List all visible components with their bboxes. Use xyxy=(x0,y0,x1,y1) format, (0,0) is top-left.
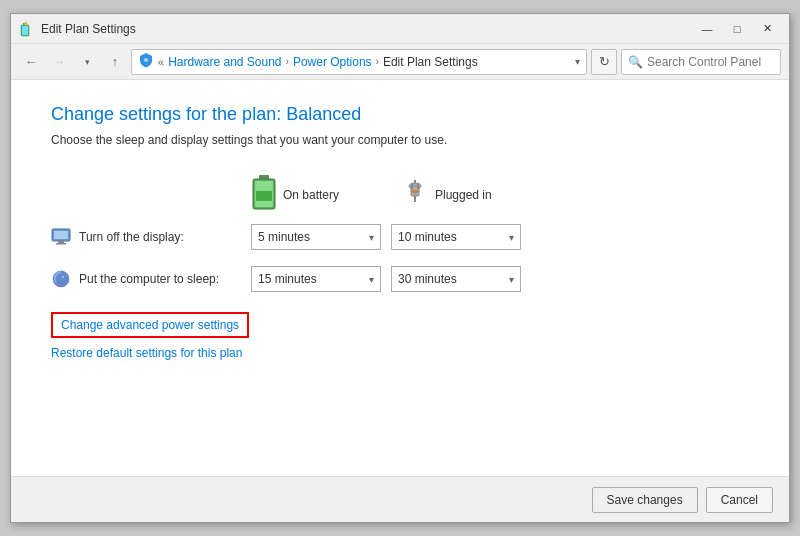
window-title: Edit Plan Settings xyxy=(41,22,136,36)
display-plugged-value: 10 minutes xyxy=(398,230,457,244)
sleep-plugged-value: 30 minutes xyxy=(398,272,457,286)
battery-icon xyxy=(251,175,277,214)
link-section: Change advanced power settings Restore d… xyxy=(51,312,749,360)
footer-bar: Save changes Cancel xyxy=(11,476,789,522)
sleep-battery-dropdown[interactable]: 15 minutes ▾ xyxy=(251,266,381,292)
search-bar[interactable]: 🔍 xyxy=(621,49,781,75)
page-subtitle: Choose the sleep and display settings th… xyxy=(51,133,749,147)
main-window: Edit Plan Settings — □ ✕ ← → ▾ ↑ « Hardw… xyxy=(10,13,790,523)
display-battery-dropdown[interactable]: 5 minutes ▾ xyxy=(251,224,381,250)
settings-grid: On battery xyxy=(51,175,749,360)
col-battery-label: On battery xyxy=(283,188,339,202)
close-button[interactable]: ✕ xyxy=(753,19,781,39)
svg-rect-8 xyxy=(256,191,272,201)
cancel-button[interactable]: Cancel xyxy=(706,487,773,513)
col-header-battery: On battery xyxy=(251,175,401,214)
address-bar: « Hardware and Sound › Power Options › E… xyxy=(131,49,587,75)
breadcrumb-power[interactable]: Power Options xyxy=(293,55,372,69)
up-button[interactable]: ↑ xyxy=(103,50,127,74)
breadcrumb-sep-2: › xyxy=(376,56,379,67)
svg-rect-18 xyxy=(56,243,66,245)
breadcrumb: Hardware and Sound › Power Options › Edi… xyxy=(168,55,478,69)
breadcrumb-sep-1: › xyxy=(286,56,289,67)
recent-button[interactable]: ▾ xyxy=(75,50,99,74)
col-plugged-label: Plugged in xyxy=(435,188,492,202)
display-plugged-dropdown[interactable]: 10 minutes ▾ xyxy=(391,224,521,250)
minimize-button[interactable]: — xyxy=(693,19,721,39)
nav-bar: ← → ▾ ↑ « Hardware and Sound › Power Opt… xyxy=(11,44,789,80)
window-icon xyxy=(19,21,35,37)
breadcrumb-separator-0: « xyxy=(158,56,164,68)
title-buttons: — □ ✕ xyxy=(693,19,781,39)
refresh-button[interactable]: ↻ xyxy=(591,49,617,75)
display-controls: 5 minutes ▾ 10 minutes ▾ xyxy=(251,224,521,250)
save-changes-button[interactable]: Save changes xyxy=(592,487,698,513)
grid-header: On battery xyxy=(251,175,749,214)
sleep-battery-value: 15 minutes xyxy=(258,272,317,286)
back-button[interactable]: ← xyxy=(19,50,43,74)
svg-rect-1 xyxy=(22,26,28,35)
display-setting-row: Turn off the display: 5 minutes ▾ 10 min… xyxy=(51,224,749,250)
restore-defaults-link[interactable]: Restore default settings for this plan xyxy=(51,346,242,360)
monitor-icon xyxy=(51,227,71,247)
sleep-label: Put the computer to sleep: xyxy=(79,272,219,286)
advanced-settings-highlight: Change advanced power settings xyxy=(51,312,249,338)
plug-icon xyxy=(401,178,429,212)
search-icon: 🔍 xyxy=(628,55,643,69)
display-label-area: Turn off the display: xyxy=(51,227,251,247)
shield-icon xyxy=(138,52,154,71)
svg-rect-5 xyxy=(259,175,269,179)
maximize-button[interactable]: □ xyxy=(723,19,751,39)
advanced-settings-link[interactable]: Change advanced power settings xyxy=(61,318,239,332)
breadcrumb-current: Edit Plan Settings xyxy=(383,55,478,69)
svg-point-20 xyxy=(62,276,64,278)
main-content: Change settings for the plan: Balanced C… xyxy=(11,80,789,476)
title-bar-left: Edit Plan Settings xyxy=(19,21,136,37)
sleep-controls: 15 minutes ▾ 30 minutes ▾ xyxy=(251,266,521,292)
display-battery-arrow: ▾ xyxy=(369,232,374,243)
sleep-icon xyxy=(51,269,71,289)
forward-button[interactable]: → xyxy=(47,50,71,74)
svg-rect-17 xyxy=(58,241,64,243)
search-input[interactable] xyxy=(647,55,797,69)
breadcrumb-hardware[interactable]: Hardware and Sound xyxy=(168,55,281,69)
sleep-plugged-arrow: ▾ xyxy=(509,274,514,285)
col-header-plugged: Plugged in xyxy=(401,175,551,214)
sleep-setting-row: Put the computer to sleep: 15 minutes ▾ … xyxy=(51,266,749,292)
svg-point-4 xyxy=(144,58,148,62)
sleep-battery-arrow: ▾ xyxy=(369,274,374,285)
content-area: Change settings for the plan: Balanced C… xyxy=(11,80,789,476)
display-battery-value: 5 minutes xyxy=(258,230,310,244)
sleep-plugged-dropdown[interactable]: 30 minutes ▾ xyxy=(391,266,521,292)
svg-rect-16 xyxy=(54,231,68,239)
title-bar: Edit Plan Settings — □ ✕ xyxy=(11,14,789,44)
display-label: Turn off the display: xyxy=(79,230,184,244)
address-dropdown-arrow[interactable]: ▾ xyxy=(575,56,580,67)
sleep-label-area: Put the computer to sleep: xyxy=(51,269,251,289)
page-title: Change settings for the plan: Balanced xyxy=(51,104,749,125)
display-plugged-arrow: ▾ xyxy=(509,232,514,243)
